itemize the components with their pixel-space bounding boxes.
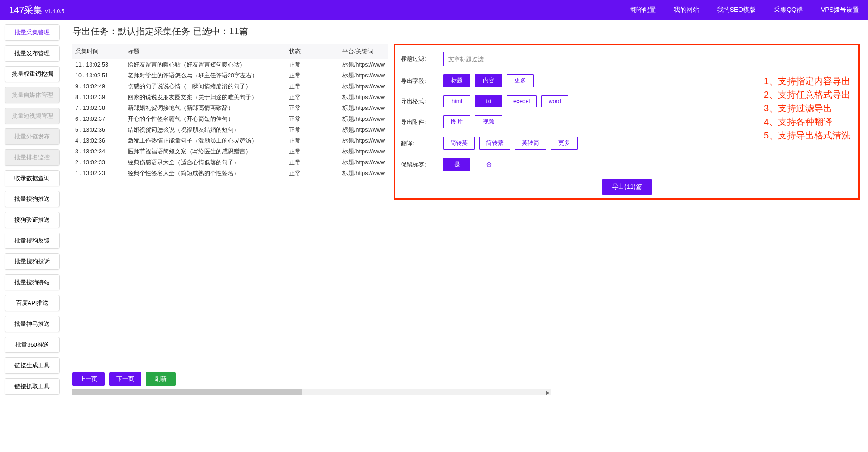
cell-status: 正常: [289, 83, 342, 90]
cell-platform: 标题/https://www: [342, 105, 385, 112]
sidebar-item[interactable]: 批量神马推送: [5, 316, 60, 332]
cell-title: 激发工作热情正能量句子（激励员工的心灵鸡汤）: [128, 137, 289, 145]
keeptag-option-button[interactable]: 是: [443, 158, 470, 171]
sidebar-item[interactable]: 链接抓取工具: [5, 378, 60, 395]
scrollbar-thumb[interactable]: [72, 389, 302, 395]
table-row[interactable]: 4 . 13:02:36激发工作热情正能量句子（激励员工的心灵鸡汤）正常标题/h…: [72, 135, 388, 146]
table-row[interactable]: 5 . 13:02:36结婚祝贺词怎么说（祝福朋友结婚的短句）正常标题/http…: [72, 124, 388, 135]
title-filter-input[interactable]: [443, 52, 588, 66]
keeptag-option-button[interactable]: 否: [475, 158, 502, 171]
main-area: 导出任务：默认指定采集任务 已选中：11篇 采集时间 标题 状态 平台/关键词 …: [64, 20, 868, 399]
cell-title: 经典伤感语录大全（适合心情低落的句子）: [128, 159, 289, 167]
table-row[interactable]: 7 . 13:02:38新郎婚礼贺词接地气（新郎高情商致辞）正常标题/https…: [72, 103, 388, 114]
cell-time: 9 . 13:02:49: [75, 83, 128, 90]
brand-name: 147采集: [9, 4, 42, 16]
format-option-button[interactable]: word: [541, 95, 568, 107]
field-label: 导出字段:: [401, 77, 439, 85]
table-row[interactable]: 10 . 13:02:51老师对学生的评语怎么写（班主任评语20字左右）正常标题…: [72, 70, 388, 81]
cell-status: 正常: [289, 170, 342, 177]
keeptag-label: 保留标签:: [401, 161, 439, 169]
cell-title: 伤感的句子说说心情（一瞬间情绪崩溃的句子）: [128, 83, 289, 90]
cell-status: 正常: [289, 61, 342, 69]
top-nav: 翻译配置我的网站我的SEO模版采集QQ群VPS拨号设置: [630, 6, 859, 14]
cell-platform: 标题/https://www: [342, 72, 385, 80]
cell-time: 6 . 13:02:37: [75, 116, 128, 122]
sidebar-item[interactable]: 批量360推送: [5, 337, 60, 353]
col-header-time: 采集时间: [75, 48, 128, 56]
sidebar-item[interactable]: 百度API推送: [5, 295, 60, 311]
export-button[interactable]: 导出(11)篇: [602, 179, 652, 195]
table-row[interactable]: 9 . 13:02:49伤感的句子说说心情（一瞬间情绪崩溃的句子）正常标题/ht…: [72, 81, 388, 92]
cell-platform: 标题/https://www: [342, 148, 385, 156]
field-options: 标题内容更多: [443, 74, 534, 87]
next-page-button[interactable]: 下一页: [109, 372, 141, 386]
cell-status: 正常: [289, 72, 342, 80]
cell-status: 正常: [289, 148, 342, 156]
topnav-link[interactable]: 采集QQ群: [774, 6, 803, 14]
format-options: htmltxtexecelword: [443, 95, 568, 107]
cell-status: 正常: [289, 94, 342, 101]
topnav-link[interactable]: 我的网站: [674, 6, 699, 14]
filter-label: 标题过滤:: [401, 55, 439, 63]
cell-platform: 标题/https://www: [342, 115, 385, 123]
table-row[interactable]: 2 . 13:02:33经典伤感语录大全（适合心情低落的句子）正常标题/http…: [72, 157, 388, 168]
sidebar-item[interactable]: 收录数据查询: [5, 170, 60, 186]
sidebar-item[interactable]: 批量搜狗推送: [5, 191, 60, 207]
sidebar-item[interactable]: 搜狗验证推送: [5, 212, 60, 228]
translate-option-button[interactable]: 简转繁: [479, 137, 510, 150]
table-row[interactable]: 1 . 13:02:23经典个性签名大全（简短成熟的个性签名）正常标题/http…: [72, 168, 388, 179]
format-option-button[interactable]: execel: [507, 95, 537, 107]
sidebar-item: 批量短视频管理: [5, 108, 60, 124]
promo-line: 2、支持任意格式导出: [764, 88, 850, 101]
topnav-link[interactable]: VPS拨号设置: [821, 6, 859, 14]
sidebar-item[interactable]: 批量搜狗绑站: [5, 274, 60, 290]
sidebar-item: 批量外链发布: [5, 128, 60, 145]
cell-title: 老师对学生的评语怎么写（班主任评语20字左右）: [128, 72, 289, 80]
sidebar-item[interactable]: 批量采集管理: [5, 24, 60, 41]
cell-platform: 标题/https://www: [342, 126, 385, 134]
prev-page-button[interactable]: 上一页: [72, 372, 105, 386]
sidebar-item[interactable]: 批量权重词挖掘: [5, 66, 60, 82]
cell-platform: 标题/https://www: [342, 137, 385, 145]
table-header: 采集时间 标题 状态 平台/关键词: [72, 44, 388, 59]
attach-option-button[interactable]: 视频: [475, 115, 502, 128]
cell-time: 2 . 13:02:33: [75, 159, 128, 166]
cell-time: 10 . 13:02:51: [75, 72, 128, 79]
table-row[interactable]: 6 . 13:02:37开心的个性签名霸气（开心简短的佳句）正常标题/https…: [72, 114, 388, 124]
attach-options: 图片视频: [443, 115, 502, 128]
format-option-button[interactable]: txt: [475, 95, 502, 107]
sidebar-item[interactable]: 批量发布管理: [5, 45, 60, 62]
cell-time: 8 . 13:02:39: [75, 94, 128, 100]
col-header-platform: 平台/关键词: [342, 48, 385, 56]
topnav-link[interactable]: 翻译配置: [630, 6, 656, 14]
table-row[interactable]: 3 . 13:02:34医师节祝福语简短文案（写给医生的感恩赠言）正常标题/ht…: [72, 146, 388, 157]
cell-time: 7 . 13:02:38: [75, 105, 128, 111]
table-row[interactable]: 11 . 13:02:53给好友留言的暖心贴（好友留言短句暖心话）正常标题/ht…: [72, 59, 388, 70]
cell-title: 开心的个性签名霸气（开心简短的佳句）: [128, 115, 289, 123]
cell-platform: 标题/https://www: [342, 94, 385, 101]
topnav-link[interactable]: 我的SEO模版: [717, 6, 756, 14]
translate-option-button[interactable]: 英转简: [515, 137, 546, 150]
field-option-button[interactable]: 内容: [475, 74, 502, 87]
field-option-button[interactable]: 更多: [507, 74, 534, 87]
sidebar: 批量采集管理批量发布管理批量权重词挖掘批量自媒体管理批量短视频管理批量外链发布批…: [0, 20, 64, 399]
format-option-button[interactable]: html: [443, 95, 470, 107]
translate-option-button[interactable]: 简转英: [443, 137, 475, 150]
attach-option-button[interactable]: 图片: [443, 115, 470, 128]
page-title: 导出任务：默认指定采集任务 已选中：11篇: [72, 25, 860, 38]
sidebar-item[interactable]: 链接生成工具: [5, 357, 60, 374]
format-label: 导出格式:: [401, 97, 439, 105]
sidebar-item[interactable]: 批量搜狗反馈: [5, 233, 60, 249]
cell-time: 11 . 13:02:53: [75, 62, 128, 68]
scrollbar-right-arrow-icon[interactable]: ▶: [545, 389, 551, 395]
table-row[interactable]: 8 . 13:02:39回家的说说发朋友圈文案（关于归途的唯美句子）正常标题/h…: [72, 92, 388, 103]
keeptag-options: 是否: [443, 158, 502, 171]
field-option-button[interactable]: 标题: [443, 74, 470, 87]
refresh-button[interactable]: 刷新: [146, 372, 176, 386]
translate-option-button[interactable]: 更多: [551, 137, 578, 150]
export-panel: 标题过滤: 导出字段: 标题内容更多 导出格式: htmltxtexecelwo…: [394, 44, 860, 200]
cell-status: 正常: [289, 115, 342, 123]
col-header-title: 标题: [128, 48, 289, 56]
sidebar-item[interactable]: 批量搜狗投诉: [5, 253, 60, 270]
horizontal-scrollbar[interactable]: ▶: [72, 389, 551, 395]
